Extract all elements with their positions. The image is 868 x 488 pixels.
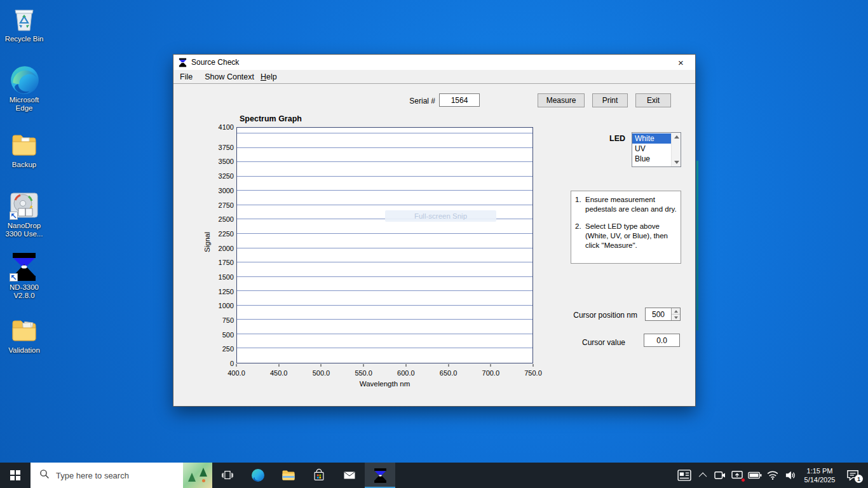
instructions-box: 1. Ensure measurement pedestals are clea… xyxy=(571,191,681,264)
gridline xyxy=(237,233,532,234)
y-tick-label: 1750 xyxy=(219,259,234,266)
edge-icon xyxy=(9,64,39,95)
gridline xyxy=(237,205,532,205)
source-check-window: Source Check × File Show Context Help Se… xyxy=(173,54,696,407)
cursor-position-value[interactable]: 500 xyxy=(646,308,671,320)
gridline xyxy=(237,276,532,277)
wallpaper-light-streak xyxy=(696,161,698,330)
graph-title: Spectrum Graph xyxy=(240,114,302,123)
y-tick-label: 2500 xyxy=(219,215,234,223)
wifi-icon[interactable] xyxy=(764,463,782,488)
microsoft-store-icon xyxy=(312,468,326,482)
scroll-down-icon[interactable] xyxy=(672,158,681,166)
start-button[interactable] xyxy=(0,463,31,488)
action-center-button[interactable]: 1 xyxy=(840,463,865,488)
measure-button[interactable]: Measure xyxy=(538,93,585,107)
x-tick-label: 650.0 xyxy=(440,369,458,377)
instruction-number: 1. xyxy=(575,195,585,214)
desktop-icon-label: Backup xyxy=(1,161,47,169)
clock-time: 1:15 PM xyxy=(801,466,839,475)
taskbar-file-explorer-button[interactable] xyxy=(273,463,304,488)
cursor-value-field[interactable]: 0.0 xyxy=(644,334,680,347)
taskbar-mail-button[interactable] xyxy=(334,463,365,488)
desktop-icon-microsoft-edge[interactable]: Microsoft Edge xyxy=(1,64,47,112)
x-tick-mark xyxy=(405,364,406,367)
taskbar-clock[interactable]: 1:15 PM 5/14/2025 xyxy=(799,466,840,484)
desktop-icon-nanodrop-user-manual[interactable]: NanoDrop 3300 Use... xyxy=(1,190,47,238)
x-tick-mark xyxy=(321,364,322,367)
folder-files-icon xyxy=(9,315,39,345)
cd-manual-icon xyxy=(9,190,39,220)
news-interests-icon[interactable] xyxy=(674,463,695,488)
taskbar-store-button[interactable] xyxy=(304,463,334,488)
x-tick-label: 750.0 xyxy=(524,369,542,377)
y-axis-labels: 4100375035003250300027502500225020001750… xyxy=(195,127,234,363)
y-tick-label: 4100 xyxy=(219,123,234,131)
desktop-icon-label: NanoDrop 3300 Use... xyxy=(1,222,47,238)
taskbar-nd3300-button[interactable] xyxy=(365,463,395,488)
nanodrop-hourglass-icon xyxy=(9,252,39,282)
gridline xyxy=(237,290,532,291)
desktop-icon-validation[interactable]: Validation xyxy=(1,315,47,355)
desktop-icon-label: Microsoft Edge xyxy=(1,96,47,112)
print-button[interactable]: Print xyxy=(592,93,628,107)
notification-count-badge: 1 xyxy=(855,475,863,483)
battery-icon[interactable] xyxy=(746,463,764,488)
tray-overflow-chevron-icon[interactable] xyxy=(695,463,712,488)
display-notification-icon[interactable] xyxy=(728,463,746,488)
x-tick-label: 400.0 xyxy=(227,369,245,377)
gridline xyxy=(237,133,532,133)
instruction-number: 2. xyxy=(575,222,585,250)
gridline xyxy=(237,248,532,248)
cursor-position-label: Cursor position nm xyxy=(545,311,637,320)
led-option-uv[interactable]: UV xyxy=(632,144,671,154)
instruction-text: Ensure measurement pedestals are clean a… xyxy=(585,195,678,214)
desktop-icon-backup[interactable]: Backup xyxy=(1,129,47,169)
scroll-up-icon[interactable] xyxy=(672,133,681,141)
fullscreen-snip-ghost-overlay: Full-screen Snip xyxy=(385,210,496,222)
exit-button[interactable]: Exit xyxy=(635,93,671,107)
windows-logo-icon xyxy=(10,470,20,480)
desktop-icon-recycle-bin[interactable]: Recycle Bin xyxy=(1,3,47,43)
notification-red-dot xyxy=(741,478,745,482)
led-option-white[interactable]: White xyxy=(632,133,671,144)
cursor-value-label: Cursor value xyxy=(545,338,625,347)
spectrum-plot[interactable] xyxy=(236,127,533,363)
x-tick-mark xyxy=(491,364,491,367)
recycle-bin-icon xyxy=(9,3,39,34)
desktop-icon-nd3300-app[interactable]: ND-3300 V2.8.0 xyxy=(1,252,47,300)
taskbar-edge-button[interactable] xyxy=(243,463,273,488)
search-daily-illustration[interactable] xyxy=(183,463,212,488)
y-tick-label: 2250 xyxy=(219,230,234,238)
y-axis-title: Signal xyxy=(203,214,211,271)
menu-file[interactable]: File xyxy=(177,71,196,83)
spin-up-icon[interactable] xyxy=(672,308,680,315)
y-tick-label: 1000 xyxy=(219,302,234,309)
volume-icon[interactable] xyxy=(782,463,799,488)
folder-icon xyxy=(9,129,39,159)
x-tick-label: 700.0 xyxy=(482,369,500,377)
led-listbox-scrollbar[interactable] xyxy=(671,133,681,166)
meet-now-icon[interactable] xyxy=(712,463,728,488)
taskbar-search[interactable]: Type here to search xyxy=(31,463,212,488)
spin-down-icon[interactable] xyxy=(672,315,680,320)
led-option-blue[interactable]: Blue xyxy=(632,154,671,164)
menu-show-context[interactable]: Show Context xyxy=(201,71,257,83)
gridline xyxy=(237,305,532,306)
clock-date: 5/14/2025 xyxy=(801,475,839,484)
menu-help[interactable]: Help xyxy=(257,71,280,83)
led-listbox: White UV Blue xyxy=(632,132,681,167)
titlebar[interactable]: Source Check × xyxy=(173,55,695,70)
search-icon xyxy=(39,469,50,482)
cursor-position-spinner[interactable]: 500 xyxy=(645,308,681,321)
gridline xyxy=(237,262,532,262)
y-tick-label: 2000 xyxy=(219,245,234,252)
x-axis-title: Wavelength nm xyxy=(236,380,533,388)
taskbar-task-view-button[interactable] xyxy=(212,463,243,488)
shortcut-arrow-icon xyxy=(10,212,18,220)
close-button[interactable]: × xyxy=(667,55,695,70)
serial-input[interactable]: 1564 xyxy=(439,93,480,107)
instruction-text: Select LED type above (White, UV, or Blu… xyxy=(585,222,678,250)
x-tick-label: 600.0 xyxy=(397,369,415,377)
gridline xyxy=(237,147,532,148)
